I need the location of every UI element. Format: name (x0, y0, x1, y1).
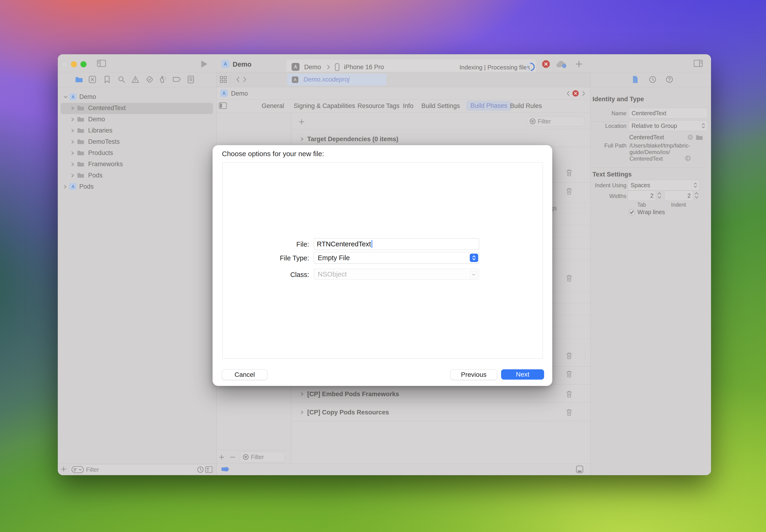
filter-menu-icon[interactable] (72, 466, 84, 473)
tab-build-settings[interactable]: Build Settings (421, 102, 460, 110)
file-type-popup[interactable]: Empty File (314, 252, 479, 264)
navigator-item-demo-project[interactable]: Demo (58, 92, 216, 102)
close-button[interactable] (61, 61, 68, 68)
scheme-name[interactable]: Demo (304, 64, 321, 71)
error-badge[interactable] (542, 60, 550, 68)
forward-chevron-icon[interactable] (243, 76, 247, 83)
cancel-button[interactable]: Cancel (222, 369, 267, 380)
back-chevron-icon[interactable] (236, 76, 240, 83)
previous-button[interactable]: Previous (450, 369, 497, 380)
remove-target-icon[interactable] (230, 454, 236, 460)
related-items-icon[interactable] (220, 76, 227, 83)
add-button-icon[interactable] (575, 60, 583, 68)
tab-resource-tags[interactable]: Resource Tags (357, 102, 400, 110)
zoom-button[interactable] (80, 61, 86, 67)
tab-signing-capabilities[interactable]: Signing & Capabilities (294, 102, 355, 110)
choose-folder-icon[interactable] (696, 134, 703, 140)
project-sidebar-toggle-icon[interactable] (219, 102, 227, 109)
delete-phase-icon[interactable] (566, 390, 572, 398)
changes-navigator-icon[interactable] (89, 76, 96, 83)
jumpbar-item-label[interactable]: Demo (231, 90, 248, 97)
delete-phase-icon[interactable] (566, 352, 572, 359)
phase-row-embed-pods[interactable]: [CP] Embed Pods Frameworks (291, 388, 590, 400)
delete-phase-icon[interactable] (566, 370, 572, 378)
history-inspector-icon[interactable] (649, 76, 656, 83)
tab-width-field[interactable]: 2 (628, 191, 656, 201)
disclosure-closed-icon[interactable] (300, 137, 304, 141)
name-field[interactable]: CenteredText (629, 108, 708, 119)
add-build-phase-icon[interactable] (298, 119, 305, 125)
file-name-input[interactable]: RTNCenteredText (314, 238, 479, 250)
disclosure-closed-icon[interactable] (300, 410, 304, 415)
report-navigator-icon[interactable] (187, 75, 194, 83)
location-dropdown[interactable]: Relative to Group (629, 120, 708, 131)
wrap-lines-row[interactable]: Wrap lines (629, 209, 665, 216)
phase-row-copy-pods[interactable]: [CP] Copy Pods Resources (291, 406, 590, 418)
indent-using-dropdown[interactable]: Spaces (628, 180, 700, 191)
tag-indicator-icon[interactable] (221, 467, 229, 471)
build-phases-filter-field[interactable]: Filter (526, 116, 585, 126)
minimize-button[interactable] (71, 61, 77, 67)
tab-build-phases[interactable]: Build Phases (466, 101, 512, 111)
navigator-item-pods-group[interactable]: Pods (58, 170, 216, 180)
disclosure-closed-icon[interactable] (63, 184, 67, 189)
navigator-item-pods-project[interactable]: Pods (58, 181, 216, 192)
recent-files-icon[interactable] (197, 466, 204, 473)
tab-build-rules[interactable]: Build Rules (510, 102, 542, 110)
disclosure-closed-icon[interactable] (71, 162, 75, 167)
tab-width-stepper[interactable] (657, 191, 662, 199)
navigator-item-frameworks[interactable]: Frameworks (58, 159, 216, 169)
delete-phase-icon[interactable] (566, 187, 572, 195)
delete-phase-icon[interactable] (566, 274, 572, 282)
source-control-filter-icon[interactable] (205, 466, 212, 473)
next-button[interactable]: Next (501, 369, 544, 380)
indent-width-stepper[interactable] (694, 191, 699, 199)
destination-name[interactable]: iPhone 16 Pro (344, 64, 384, 71)
navigator-item-libraries[interactable]: Libraries (58, 125, 216, 136)
clear-group-icon[interactable] (687, 134, 693, 140)
help-inspector-icon[interactable] (666, 76, 673, 83)
scheme-app-icon[interactable] (291, 63, 299, 71)
checkbox-checked-icon[interactable] (629, 209, 635, 216)
open-path-arrow-icon[interactable] (685, 155, 691, 162)
phase-row-target-dependencies[interactable]: Target Dependencies (0 items) (291, 133, 590, 145)
phase-row-label: [CP] Copy Pods Resources (307, 409, 389, 416)
navigator-item-demo-group[interactable]: Demo (58, 114, 216, 124)
disclosure-closed-icon[interactable] (300, 392, 304, 396)
add-file-icon[interactable] (61, 466, 67, 472)
tag-navigator-icon[interactable] (172, 76, 181, 83)
issue-count-badge[interactable] (572, 90, 579, 97)
add-target-icon[interactable] (219, 454, 225, 460)
disclosure-closed-icon[interactable] (71, 106, 75, 111)
run-button[interactable] (201, 61, 207, 68)
project-pane-filter-field[interactable]: Filter (240, 452, 285, 462)
test-navigator-icon[interactable] (146, 76, 153, 83)
tab-general[interactable]: General (262, 102, 284, 110)
disclosure-closed-icon[interactable] (71, 140, 75, 144)
navigator-item-products[interactable]: Products (58, 148, 216, 158)
delete-phase-icon[interactable] (566, 169, 572, 176)
navigator-filter-field[interactable]: Filter (69, 464, 213, 475)
project-navigator-icon[interactable] (75, 76, 83, 83)
navigator-item-centeredtext[interactable]: CenteredText (58, 103, 216, 113)
inspector-toggle-icon[interactable] (694, 60, 703, 67)
find-navigator-icon[interactable] (118, 76, 125, 83)
debug-navigator-icon[interactable] (159, 75, 167, 83)
device-bezel-icon[interactable] (576, 465, 583, 473)
delete-phase-icon[interactable] (566, 409, 572, 416)
disclosure-closed-icon[interactable] (71, 173, 75, 178)
navigator-item-demotests[interactable]: DemoTests (58, 137, 216, 147)
issue-back-chevron-icon[interactable] (566, 90, 570, 97)
indent-width-field[interactable]: 2 (664, 191, 693, 201)
issue-navigator-icon[interactable] (131, 76, 139, 83)
disclosure-closed-icon[interactable] (71, 151, 75, 155)
disclosure-closed-icon[interactable] (71, 128, 75, 133)
issue-forward-chevron-icon[interactable] (582, 90, 586, 97)
sidebar-toggle-icon[interactable] (97, 60, 106, 67)
file-inspector-icon[interactable] (632, 75, 639, 83)
disclosure-open-icon[interactable] (63, 95, 68, 99)
disclosure-closed-icon[interactable] (71, 117, 75, 122)
bookmark-navigator-icon[interactable] (104, 76, 110, 83)
tab-info[interactable]: Info (403, 102, 414, 110)
file-tab[interactable]: Demo.xcodeproj (287, 74, 387, 86)
